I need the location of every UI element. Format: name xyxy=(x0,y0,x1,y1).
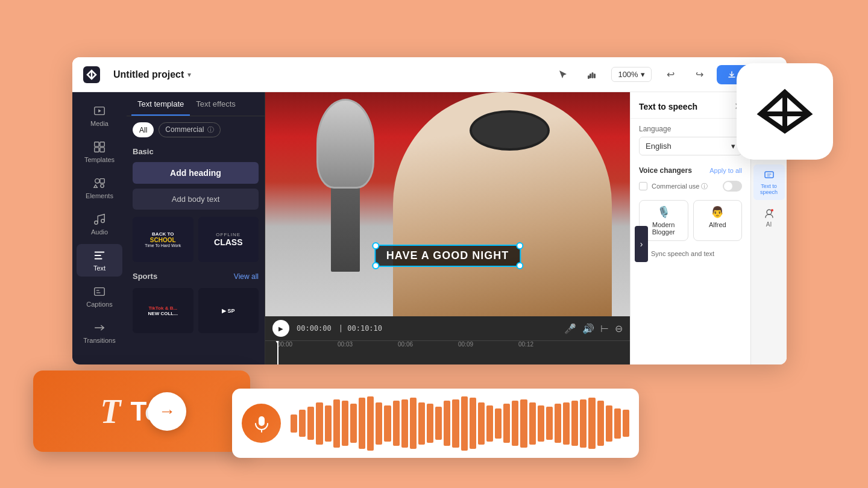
add-heading-btn[interactable]: Add heading xyxy=(133,162,259,184)
waveform-bar xyxy=(486,405,493,442)
split-tool[interactable]: ⊢ xyxy=(600,323,609,334)
sidebar-audio-label: Audio xyxy=(91,228,108,236)
filter-all-btn[interactable]: All xyxy=(133,122,154,137)
time-total: | 00:10:10 xyxy=(339,324,382,333)
voice-card-alfred[interactable]: 👨 Alfred xyxy=(693,200,743,241)
captions-icon xyxy=(93,285,106,298)
waveform-bar xyxy=(461,396,468,451)
sidebar-item-audio[interactable]: Audio xyxy=(77,208,122,240)
svg-rect-21 xyxy=(765,172,773,178)
pointer-tool-btn[interactable] xyxy=(553,65,573,84)
add-body-label: Add body text xyxy=(172,195,220,204)
waveform-bar xyxy=(538,405,544,442)
zoom-chevron: ▾ xyxy=(641,70,645,79)
filter-commercial-label: Commercial xyxy=(165,125,204,134)
waveform-bar xyxy=(597,401,604,446)
language-label: Language xyxy=(639,125,742,133)
project-title-area[interactable]: Untitled project ▾ xyxy=(113,69,191,80)
tab-text-effects[interactable]: Text effects xyxy=(190,92,242,116)
waveform-bar xyxy=(359,398,365,449)
templates-icon xyxy=(93,140,106,154)
text-card-overlay: T Text xyxy=(33,371,250,452)
apply-all-btn[interactable]: Apply to all xyxy=(709,167,742,174)
tts-title: Text to speech xyxy=(639,102,697,111)
waveform-bar xyxy=(546,407,553,440)
svg-point-13 xyxy=(101,184,104,188)
top-bar: Untitled project ▾ 100% ▾ ↩ ↪ Export xyxy=(72,57,787,92)
svg-rect-8 xyxy=(100,142,104,146)
commercial-use-label: Commercial use ⓘ xyxy=(639,182,708,191)
svg-rect-9 xyxy=(95,148,99,152)
scroll-arrow[interactable]: › xyxy=(635,226,648,262)
section-sports: Sports View all xyxy=(127,267,265,283)
sidebar-captions-label: Captions xyxy=(86,301,112,308)
hand-tool-btn[interactable] xyxy=(582,65,602,84)
sports-template-2[interactable]: ▶ SP xyxy=(198,288,259,333)
waveform-bar xyxy=(410,398,417,449)
redo-btn[interactable]: ↪ xyxy=(690,65,709,84)
sidebar-item-transitions[interactable]: Transitions xyxy=(77,316,122,349)
tts-icon xyxy=(763,169,775,181)
tab-text-template[interactable]: Text template xyxy=(131,92,190,116)
waveform-bar xyxy=(333,399,340,448)
waveform-bar xyxy=(418,402,425,445)
add-body-btn[interactable]: Add body text xyxy=(133,189,259,210)
sports-template-1[interactable]: TikTok & B... NEW COLL... xyxy=(133,288,193,333)
mic-tool[interactable]: 🎤 xyxy=(564,323,576,334)
commercial-use-row: Commercial use ⓘ xyxy=(631,178,750,196)
sidebar-item-media[interactable]: Media xyxy=(77,99,122,132)
waveform-bar xyxy=(614,408,621,439)
capcut-logo-overlay xyxy=(737,63,833,160)
language-select[interactable]: English ▾ xyxy=(639,137,742,155)
right-icon-ai[interactable]: AI xyxy=(753,202,785,233)
sports-view-all[interactable]: View all xyxy=(234,272,259,281)
ai-label: AI xyxy=(766,221,772,228)
sync-checkbox-row: Sync speech and text xyxy=(631,245,750,263)
template-card-back-to-school[interactable]: BACK TO SCHOOL Time To Hard Work xyxy=(133,217,193,262)
sound-tool[interactable]: 🔊 xyxy=(582,323,594,334)
zoom-minus-tool[interactable]: ⊖ xyxy=(615,323,623,334)
panel-filters: All Commercial ⓘ xyxy=(127,116,265,143)
svg-rect-5 xyxy=(588,75,590,79)
sidebar-item-elements[interactable]: Elements xyxy=(77,172,122,204)
waveform-bar xyxy=(299,410,306,437)
transitions-icon xyxy=(93,321,106,334)
play-button[interactable]: ▶ xyxy=(272,320,289,337)
svg-rect-12 xyxy=(100,179,104,183)
undo-btn[interactable]: ↩ xyxy=(661,65,681,84)
svg-rect-4 xyxy=(594,74,596,78)
svg-point-11 xyxy=(95,179,99,183)
commercial-use-checkbox[interactable] xyxy=(639,182,647,190)
right-icon-tts[interactable]: Text to speech xyxy=(753,164,785,200)
waveform-bar xyxy=(470,398,476,449)
filter-commercial-btn[interactable]: Commercial ⓘ xyxy=(159,122,220,137)
svg-rect-2 xyxy=(590,74,591,78)
waveform-bar xyxy=(427,404,433,443)
mic-icon-circle xyxy=(242,404,281,443)
sidebar-item-captions[interactable]: Captions xyxy=(77,280,122,313)
sync-label: Sync speech and text xyxy=(651,250,714,257)
time-current: 00:00:00 xyxy=(297,324,332,333)
sidebar-item-text[interactable]: Text xyxy=(77,244,122,277)
podcast-scene: HAVE A GOOD NIGHT xyxy=(265,92,630,316)
template-card-offline-class[interactable]: OFFLINE CLASS xyxy=(198,217,259,262)
ruler-mark-3: 00:09 xyxy=(458,341,473,348)
video-canvas: HAVE A GOOD NIGHT xyxy=(265,92,630,316)
view-all-label: View all xyxy=(234,272,259,281)
alfred-label: Alfred xyxy=(697,221,738,228)
waveform-bar xyxy=(503,404,510,443)
commercial-use-info: ⓘ xyxy=(701,182,708,191)
playhead[interactable] xyxy=(277,341,278,364)
tts-header: Text to speech ✕ xyxy=(631,92,750,119)
ai-icon xyxy=(763,207,775,219)
tab-text-template-label: Text template xyxy=(137,99,184,108)
sidebar-item-templates[interactable]: Templates xyxy=(77,136,122,168)
main-content: Media Templates Elements Audio Text xyxy=(72,92,787,364)
media-icon xyxy=(93,104,106,117)
zoom-control[interactable]: 100% ▾ xyxy=(611,67,651,82)
waveform-bar xyxy=(606,405,612,442)
canvas-text-overlay: HAVE A GOOD NIGHT xyxy=(386,249,509,261)
tts-label: Text to speech xyxy=(756,183,782,195)
commercial-use-toggle[interactable] xyxy=(723,181,742,192)
waveform-bars xyxy=(291,399,629,448)
